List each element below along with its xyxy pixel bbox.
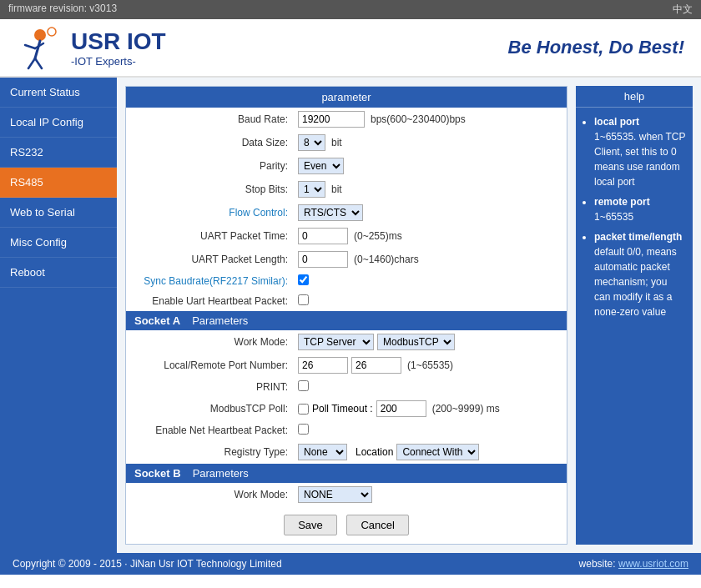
- sidebar-item-current-status[interactable]: Current Status: [0, 78, 117, 108]
- website-label: website:: [579, 558, 616, 570]
- uart-packet-time-row: UART Packet Time: (0~255)ms: [126, 224, 567, 248]
- heartbeat-label: Enable Uart Heartbeat Packet:: [126, 291, 293, 311]
- stop-bits-label: Stop Bits:: [126, 178, 293, 201]
- port-remote-input[interactable]: [351, 357, 401, 374]
- svg-line-6: [35, 58, 42, 68]
- net-heartbeat-checkbox[interactable]: [298, 424, 309, 435]
- print-label: PRINT:: [126, 377, 293, 397]
- poll-timeout-input[interactable]: [376, 400, 426, 417]
- uart-packet-time-label: UART Packet Time:: [126, 224, 293, 248]
- sidebar-item-rs485[interactable]: RS485: [0, 168, 117, 198]
- svg-point-0: [48, 28, 56, 36]
- data-size-select[interactable]: 8 7: [298, 134, 325, 151]
- param-header: parameter: [126, 87, 567, 108]
- work-mode-b-label: Work Mode:: [126, 483, 293, 506]
- poll-timeout-label: Poll Timeout :: [312, 403, 373, 415]
- header-left: USR IOT -IOT Experts-: [17, 25, 166, 71]
- sidebar-item-web-to-serial[interactable]: Web to Serial: [0, 198, 117, 228]
- baud-rate-row: Baud Rate: bps(600~230400)bps: [126, 108, 567, 131]
- baud-rate-unit: bps(600~230400)bps: [371, 113, 466, 125]
- help-term-local-port: local port: [594, 116, 639, 128]
- parity-select[interactable]: Even None Odd: [298, 158, 344, 174]
- help-header: help: [576, 86, 693, 108]
- brand-name: USR IOT: [71, 28, 166, 55]
- heartbeat-row: Enable Uart Heartbeat Packet:: [126, 291, 567, 311]
- stop-bits-select[interactable]: 1 2: [298, 181, 325, 198]
- flow-control-row: Flow Control: RTS/CTS None: [126, 201, 567, 224]
- baud-rate-input[interactable]: [298, 111, 365, 128]
- sidebar-item-local-ip-config[interactable]: Local IP Config: [0, 108, 117, 138]
- param-form: Baud Rate: bps(600~230400)bps Data Size:: [126, 108, 567, 311]
- uart-packet-length-row: UART Packet Length: (0~1460)chars: [126, 248, 567, 271]
- save-button[interactable]: Save: [284, 515, 337, 535]
- sync-baudrate-checkbox-cell: [293, 271, 567, 291]
- socket-b-params: Parameters: [189, 464, 252, 483]
- uart-packet-time-unit: (0~255)ms: [354, 230, 402, 242]
- parity-label: Parity:: [126, 154, 293, 178]
- sidebar-item-misc-config[interactable]: Misc Config: [0, 228, 117, 258]
- cancel-button[interactable]: Cancel: [346, 515, 408, 535]
- work-mode-b-row: Work Mode: NONE TCP Server: [126, 483, 567, 506]
- registry-type-row: Registry Type: None Type1 Location Conne…: [126, 440, 567, 464]
- help-item-local-port: local port 1~65535. when TCP Client, set…: [594, 114, 686, 189]
- socket-a-params: Parameters: [189, 311, 251, 330]
- website-url[interactable]: www.usriot.com: [618, 558, 688, 570]
- work-mode-value-cell: TCP Server TCP Client UDP Server ModbusT…: [293, 330, 567, 354]
- connect-with-select[interactable]: Connect With: [396, 444, 479, 460]
- port-range: (1~65535): [407, 359, 453, 371]
- sidebar-item-reboot[interactable]: Reboot: [0, 258, 117, 288]
- uart-packet-length-label: UART Packet Length:: [126, 248, 293, 271]
- baud-rate-value-cell: bps(600~230400)bps: [293, 108, 567, 131]
- flow-control-label: Flow Control:: [126, 201, 293, 224]
- uart-packet-length-input[interactable]: [298, 251, 348, 268]
- work-mode-select2[interactable]: ModbusTCP None: [377, 334, 455, 350]
- data-size-label: Data Size:: [126, 131, 293, 154]
- heartbeat-checkbox-cell: [293, 291, 567, 311]
- heartbeat-checkbox[interactable]: [298, 294, 309, 305]
- socket-a-header: Socket A Parameters: [126, 311, 567, 330]
- socket-b-form: Work Mode: NONE TCP Server: [126, 483, 567, 506]
- sidebar-item-rs232[interactable]: RS232: [0, 138, 117, 168]
- port-local-input[interactable]: [298, 357, 348, 374]
- content-area: parameter Baud Rate: bps(600~230400)bps: [117, 78, 701, 553]
- header-title: USR IOT -IOT Experts-: [71, 28, 166, 68]
- svg-line-5: [28, 58, 35, 68]
- modbus-poll-label: ModbusTCP Poll:: [126, 397, 293, 420]
- modbus-poll-row: ModbusTCP Poll: Poll Timeout : (200~9999…: [126, 397, 567, 420]
- slogan: Be Honest, Do Best!: [508, 37, 684, 58]
- print-checkbox[interactable]: [298, 380, 309, 391]
- net-heartbeat-checkbox-cell: [293, 420, 567, 440]
- flow-control-select[interactable]: RTS/CTS None: [298, 204, 363, 221]
- modbus-poll-checkbox[interactable]: [298, 404, 309, 415]
- help-desc-remote-port: 1~65535: [594, 211, 633, 223]
- location-label: Location: [356, 446, 393, 458]
- registry-type-select[interactable]: None Type1: [298, 444, 347, 460]
- modbus-poll-value-cell: Poll Timeout : (200~9999) ms: [293, 397, 567, 420]
- uart-packet-time-input[interactable]: [298, 228, 348, 244]
- uart-packet-time-value-cell: (0~255)ms: [293, 224, 567, 248]
- footer: Copyright © 2009 - 2015 · JiNan Usr IOT …: [0, 553, 701, 575]
- data-size-row: Data Size: 8 7 bit: [126, 131, 567, 154]
- help-term-remote-port: remote port: [594, 196, 650, 208]
- uart-packet-length-value-cell: (0~1460)chars: [293, 248, 567, 271]
- sync-baudrate-checkbox[interactable]: [298, 274, 309, 285]
- port-number-label: Local/Remote Port Number:: [126, 354, 293, 377]
- help-item-packet: packet time/length default 0/0, means au…: [594, 229, 686, 319]
- parity-value-cell: Even None Odd: [293, 154, 567, 178]
- copyright: Copyright © 2009 - 2015 · JiNan Usr IOT …: [13, 558, 282, 570]
- net-heartbeat-label: Enable Net Heartbeat Packet:: [126, 420, 293, 440]
- help-desc-packet: default 0/0, means automatic packet mech…: [594, 246, 677, 318]
- help-panel: help local port 1~65535. when TCP Client…: [576, 86, 693, 545]
- net-heartbeat-row: Enable Net Heartbeat Packet:: [126, 420, 567, 440]
- main-layout: Current Status Local IP Config RS232 RS4…: [0, 78, 701, 553]
- svg-point-1: [34, 29, 46, 41]
- socket-a-label: Socket A: [126, 311, 189, 330]
- work-mode-b-select[interactable]: NONE TCP Server: [298, 486, 372, 503]
- sidebar: Current Status Local IP Config RS232 RS4…: [0, 78, 117, 553]
- work-mode-select[interactable]: TCP Server TCP Client UDP Server: [298, 334, 374, 350]
- language-switch[interactable]: 中文: [673, 3, 693, 17]
- top-bar: firmware revision: v3013 中文: [0, 0, 701, 19]
- buttons-row: Save Cancel: [126, 506, 567, 544]
- port-number-row: Local/Remote Port Number: (1~65535): [126, 354, 567, 377]
- website-row: website: www.usriot.com: [579, 558, 688, 570]
